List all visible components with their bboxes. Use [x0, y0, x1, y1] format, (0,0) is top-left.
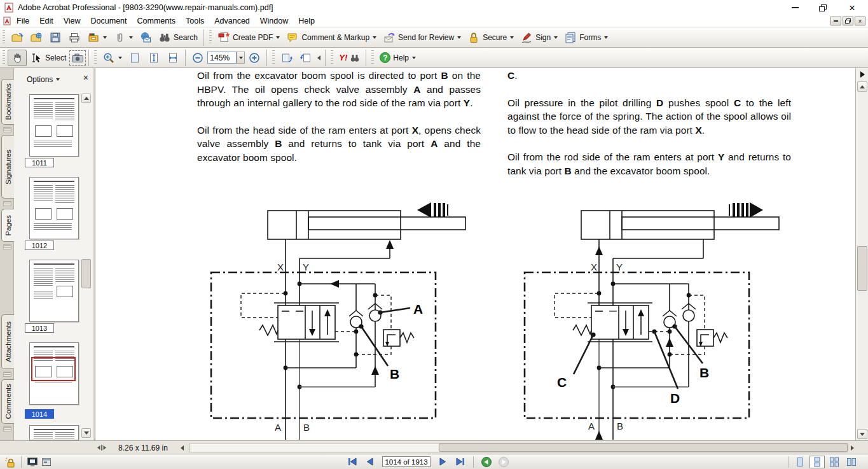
- facing-layout-button[interactable]: [844, 456, 859, 468]
- menu-document[interactable]: Document: [86, 16, 132, 26]
- collapse-arrow-icon[interactable]: [317, 55, 320, 60]
- open-web-page-button[interactable]: [27, 29, 46, 46]
- toolbar-grip[interactable]: [272, 50, 275, 66]
- toolbar-grip[interactable]: [3, 50, 5, 66]
- thumbnail-page-1013[interactable]: [29, 260, 79, 322]
- print-button[interactable]: [65, 29, 84, 46]
- organizer-button[interactable]: [84, 29, 110, 46]
- page-number-1014-selected[interactable]: 1014: [25, 409, 54, 419]
- tab-grip: [3, 372, 11, 377]
- tab-bookmarks[interactable]: Bookmarks: [1, 79, 14, 125]
- zoom-level-input[interactable]: [207, 52, 237, 64]
- next-view-button[interactable]: [498, 456, 509, 468]
- create-pdf-button[interactable]: Create PDF: [214, 29, 283, 46]
- single-page-layout-button[interactable]: [792, 456, 808, 468]
- toolbar-grip[interactable]: [331, 50, 333, 66]
- actual-size-button[interactable]: [125, 50, 144, 66]
- menu-file[interactable]: File: [11, 16, 34, 26]
- toolbar-grip[interactable]: [209, 30, 212, 45]
- continuous-layout-button[interactable]: [809, 456, 825, 468]
- fit-width-icon: [167, 52, 179, 64]
- tab-grip: [3, 244, 11, 249]
- thumb-content: [35, 208, 52, 220]
- window-mode-icon[interactable]: [41, 456, 52, 468]
- child-restore-button[interactable]: [843, 17, 853, 25]
- tab-attachments[interactable]: Attachments: [1, 314, 14, 369]
- thumbnail-page-1012[interactable]: [29, 177, 79, 239]
- hand-tool-button[interactable]: [8, 50, 27, 66]
- help-button[interactable]: ? Help: [376, 50, 419, 66]
- toolbar-grip[interactable]: [3, 30, 5, 45]
- continuous-facing-layout-button[interactable]: [827, 456, 842, 468]
- snapshot-tool-button[interactable]: [69, 50, 86, 66]
- fit-width-button[interactable]: [163, 50, 183, 66]
- previous-page-button[interactable]: [365, 457, 375, 466]
- menu-comments[interactable]: Comments: [132, 16, 181, 26]
- next-page-button[interactable]: [437, 457, 448, 466]
- comment-markup-button[interactable]: Comment & Markup: [283, 29, 380, 46]
- doc-scrollbar-thumb[interactable]: [857, 246, 867, 291]
- zoom-in-tool-button[interactable]: [99, 50, 125, 66]
- email-button[interactable]: [136, 29, 155, 46]
- thumbnail-page-1014[interactable]: [29, 342, 79, 405]
- select-tool-button[interactable]: Select: [27, 50, 69, 66]
- yahoo-toolbar-button[interactable]: Y!: [336, 50, 363, 66]
- thumbnail-page-1015-partial[interactable]: [29, 425, 79, 440]
- doc-scroll-up-button[interactable]: [857, 81, 867, 92]
- page-number-1011[interactable]: 1011: [25, 158, 54, 167]
- panel-close-button[interactable]: ×: [83, 73, 88, 82]
- save-button[interactable]: [46, 29, 65, 46]
- previous-view-page-button[interactable]: [277, 50, 296, 66]
- first-page-button[interactable]: [347, 457, 358, 466]
- child-close-button[interactable]: ×: [855, 17, 865, 25]
- scroll-right-icon[interactable]: [851, 445, 854, 451]
- page-number-1012[interactable]: 1012: [25, 241, 54, 250]
- toolbar-grip[interactable]: [94, 50, 97, 66]
- forms-button[interactable]: Forms: [561, 29, 611, 46]
- splitter-icon[interactable]: [97, 444, 107, 452]
- toolbar-grip[interactable]: [371, 50, 374, 66]
- sign-button[interactable]: Sign: [517, 29, 561, 46]
- spool-valve: [259, 303, 356, 342]
- toolbar-overflow-button[interactable]: [857, 69, 867, 80]
- horizontal-scrollbar-thumb[interactable]: [439, 444, 848, 452]
- attach-button[interactable]: [110, 29, 136, 46]
- restore-button[interactable]: [809, 0, 837, 15]
- panel-scrollbar-thumb[interactable]: [81, 259, 91, 288]
- fullscreen-mode-icon[interactable]: [26, 456, 39, 468]
- secure-button[interactable]: Secure: [464, 29, 517, 46]
- close-button[interactable]: ×: [838, 0, 866, 15]
- zoom-in-button[interactable]: [245, 50, 264, 66]
- menu-advanced[interactable]: Advanced: [209, 16, 255, 26]
- scroll-left-icon[interactable]: [181, 445, 184, 451]
- last-page-button[interactable]: [455, 457, 466, 466]
- fit-page-button[interactable]: [144, 50, 163, 66]
- menu-tools[interactable]: Tools: [181, 16, 209, 26]
- minimize-button[interactable]: [781, 0, 809, 15]
- page-indicator-input[interactable]: [382, 456, 431, 467]
- security-lock-icon[interactable]: [4, 456, 17, 468]
- zoom-out-button[interactable]: [188, 50, 207, 66]
- zoom-dropdown-button[interactable]: [237, 52, 245, 64]
- menu-edit[interactable]: Edit: [34, 16, 59, 26]
- panel-scroll-down-button[interactable]: [81, 428, 91, 438]
- tab-pages[interactable]: Pages: [1, 209, 14, 242]
- menu-view[interactable]: View: [59, 16, 86, 26]
- tab-comments[interactable]: Comments: [1, 379, 14, 424]
- tab-signatures[interactable]: Signatures: [1, 135, 14, 199]
- doc-scroll-down-button[interactable]: [857, 429, 867, 439]
- page-number-1013[interactable]: 1013: [25, 323, 54, 333]
- panel-scroll-up-button[interactable]: [81, 94, 91, 103]
- options-button[interactable]: Options: [27, 75, 60, 84]
- pages-panel: Options × 1011: [14, 68, 93, 440]
- menu-help[interactable]: Help: [293, 16, 320, 26]
- open-button[interactable]: [8, 29, 27, 46]
- send-for-review-button[interactable]: Send for Review: [380, 29, 464, 46]
- search-button[interactable]: Search: [155, 29, 201, 46]
- next-view-page-button[interactable]: [296, 50, 315, 66]
- thumbnail-page-1011[interactable]: [29, 94, 79, 157]
- menu-window[interactable]: Window: [255, 16, 293, 26]
- previous-view-button[interactable]: [481, 456, 492, 468]
- forms-label: Forms: [579, 33, 601, 42]
- child-minimize-button[interactable]: [830, 17, 841, 25]
